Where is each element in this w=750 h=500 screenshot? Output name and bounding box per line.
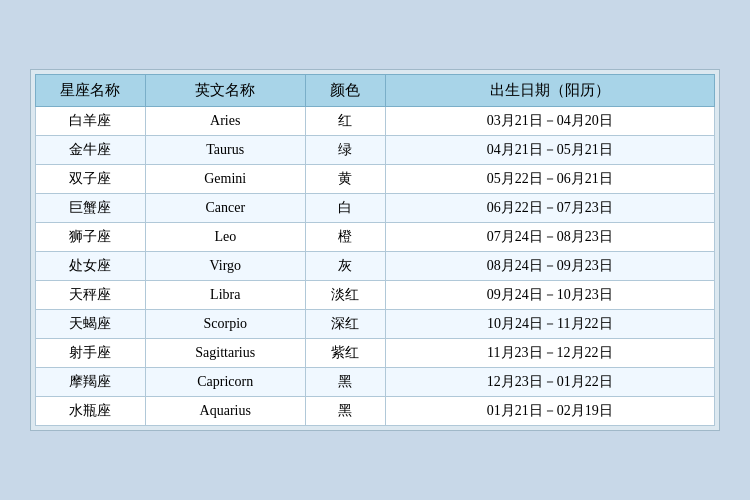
table-row: 金牛座Taurus绿04月21日－05月21日 [36, 136, 715, 165]
header-date: 出生日期（阳历） [385, 75, 714, 107]
cell-chinese: 水瓶座 [36, 397, 146, 426]
cell-color: 红 [305, 107, 385, 136]
cell-color: 黄 [305, 165, 385, 194]
cell-color: 灰 [305, 252, 385, 281]
cell-date: 06月22日－07月23日 [385, 194, 714, 223]
cell-chinese: 金牛座 [36, 136, 146, 165]
header-chinese: 星座名称 [36, 75, 146, 107]
cell-chinese: 天秤座 [36, 281, 146, 310]
cell-english: Virgo [145, 252, 305, 281]
cell-chinese: 处女座 [36, 252, 146, 281]
zodiac-table: 星座名称 英文名称 颜色 出生日期（阳历） 白羊座Aries红03月21日－04… [35, 74, 715, 426]
table-header-row: 星座名称 英文名称 颜色 出生日期（阳历） [36, 75, 715, 107]
cell-english: Aquarius [145, 397, 305, 426]
cell-english: Scorpio [145, 310, 305, 339]
cell-color: 紫红 [305, 339, 385, 368]
table-row: 双子座Gemini黄05月22日－06月21日 [36, 165, 715, 194]
cell-date: 09月24日－10月23日 [385, 281, 714, 310]
cell-english: Sagittarius [145, 339, 305, 368]
cell-color: 深红 [305, 310, 385, 339]
cell-date: 08月24日－09月23日 [385, 252, 714, 281]
cell-color: 黑 [305, 397, 385, 426]
cell-english: Taurus [145, 136, 305, 165]
cell-english: Aries [145, 107, 305, 136]
cell-chinese: 摩羯座 [36, 368, 146, 397]
table-row: 水瓶座Aquarius黑01月21日－02月19日 [36, 397, 715, 426]
cell-english: Libra [145, 281, 305, 310]
table-row: 天秤座Libra淡红09月24日－10月23日 [36, 281, 715, 310]
cell-chinese: 狮子座 [36, 223, 146, 252]
header-color: 颜色 [305, 75, 385, 107]
cell-color: 绿 [305, 136, 385, 165]
cell-english: Capricorn [145, 368, 305, 397]
cell-chinese: 双子座 [36, 165, 146, 194]
cell-chinese: 巨蟹座 [36, 194, 146, 223]
cell-color: 橙 [305, 223, 385, 252]
cell-date: 10月24日－11月22日 [385, 310, 714, 339]
cell-color: 白 [305, 194, 385, 223]
cell-date: 01月21日－02月19日 [385, 397, 714, 426]
table-row: 射手座Sagittarius紫红11月23日－12月22日 [36, 339, 715, 368]
cell-english: Gemini [145, 165, 305, 194]
table-row: 白羊座Aries红03月21日－04月20日 [36, 107, 715, 136]
cell-chinese: 射手座 [36, 339, 146, 368]
cell-date: 12月23日－01月22日 [385, 368, 714, 397]
cell-english: Leo [145, 223, 305, 252]
table-row: 摩羯座Capricorn黑12月23日－01月22日 [36, 368, 715, 397]
cell-chinese: 天蝎座 [36, 310, 146, 339]
table-row: 天蝎座Scorpio深红10月24日－11月22日 [36, 310, 715, 339]
table-row: 处女座Virgo灰08月24日－09月23日 [36, 252, 715, 281]
zodiac-table-container: 星座名称 英文名称 颜色 出生日期（阳历） 白羊座Aries红03月21日－04… [30, 69, 720, 431]
cell-date: 04月21日－05月21日 [385, 136, 714, 165]
cell-date: 03月21日－04月20日 [385, 107, 714, 136]
cell-color: 淡红 [305, 281, 385, 310]
table-row: 巨蟹座Cancer白06月22日－07月23日 [36, 194, 715, 223]
cell-date: 05月22日－06月21日 [385, 165, 714, 194]
cell-color: 黑 [305, 368, 385, 397]
cell-english: Cancer [145, 194, 305, 223]
cell-date: 07月24日－08月23日 [385, 223, 714, 252]
header-english: 英文名称 [145, 75, 305, 107]
cell-chinese: 白羊座 [36, 107, 146, 136]
cell-date: 11月23日－12月22日 [385, 339, 714, 368]
table-row: 狮子座Leo橙07月24日－08月23日 [36, 223, 715, 252]
table-body: 白羊座Aries红03月21日－04月20日金牛座Taurus绿04月21日－0… [36, 107, 715, 426]
